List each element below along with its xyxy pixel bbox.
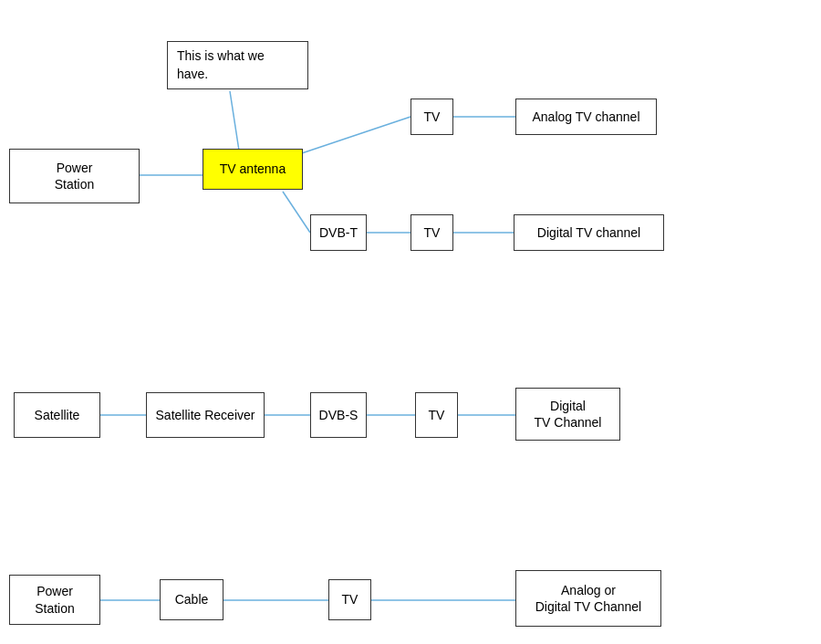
tv-label-4: TV — [342, 591, 359, 608]
satellite-receiver-box: Satellite Receiver — [146, 392, 265, 438]
digital-tv-label: Digital TV channel — [537, 224, 640, 241]
tv-label-3: TV — [429, 407, 445, 423]
tv-label-1: TV — [424, 109, 441, 125]
analog-digital-tv-channel-box: Analog orDigital TV Channel — [515, 570, 661, 627]
digital-tv-channel-box-2: DigitalTV Channel — [515, 388, 620, 441]
tv-label-2: TV — [424, 224, 441, 241]
satellite-box: Satellite — [14, 392, 100, 438]
diagram-container: This is what we have. PowerStation TV an… — [0, 0, 821, 644]
power-station-label-1: PowerStation — [55, 160, 95, 192]
satellite-label: Satellite — [35, 407, 80, 423]
power-station-box-2: PowerStation — [9, 575, 100, 625]
dvbs-box: DVB-S — [310, 392, 367, 438]
tv-box-1: TV — [410, 99, 453, 135]
callout-box: This is what we have. — [167, 41, 308, 89]
power-station-label-2: PowerStation — [35, 583, 75, 616]
digital-tv-channel-label: DigitalTV Channel — [535, 398, 602, 431]
analog-digital-label: Analog orDigital TV Channel — [535, 582, 641, 615]
tv-box-4: TV — [328, 579, 371, 620]
svg-line-3 — [283, 192, 310, 233]
dvbs-label: DVB-S — [319, 407, 359, 423]
digital-tv-channel-box: Digital TV channel — [514, 214, 664, 251]
tv-antenna-label: TV antenna — [220, 161, 286, 177]
analog-tv-channel-box: Analog TV channel — [515, 99, 657, 135]
tv-box-3: TV — [415, 392, 458, 438]
cable-label: Cable — [175, 591, 209, 608]
callout-text: This is what we have. — [177, 48, 265, 81]
connector-lines — [0, 0, 821, 644]
power-station-box-1: PowerStation — [9, 149, 140, 203]
tv-box-2: TV — [410, 214, 453, 251]
analog-tv-label: Analog TV channel — [532, 109, 639, 125]
cable-box: Cable — [160, 579, 223, 620]
svg-line-6 — [230, 91, 239, 151]
dvbt-label: DVB-T — [319, 224, 358, 241]
tv-antenna-box: TV antenna — [203, 149, 303, 190]
dvbt-box: DVB-T — [310, 214, 367, 251]
satellite-receiver-label: Satellite Receiver — [156, 407, 255, 423]
